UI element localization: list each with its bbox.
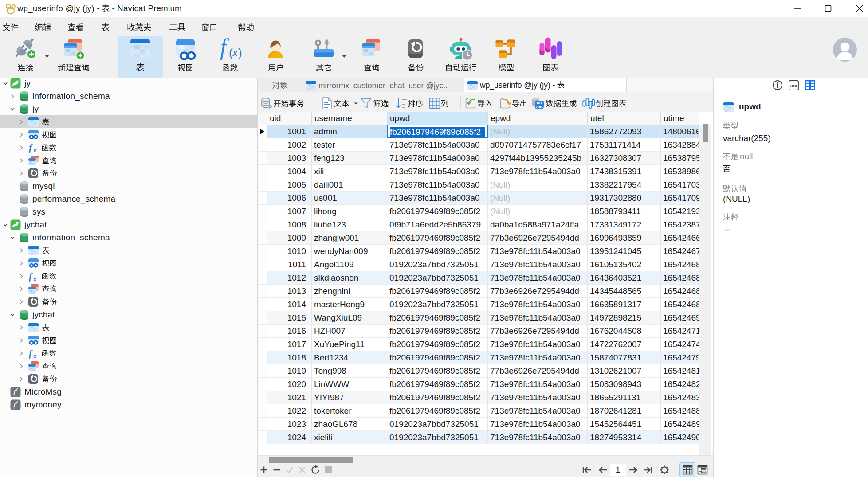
svg-text:x: x bbox=[232, 47, 238, 59]
svg-text:x: x bbox=[33, 353, 37, 359]
svg-text:x: x bbox=[33, 276, 37, 282]
svg-text:): ) bbox=[238, 46, 242, 59]
svg-text:f: f bbox=[220, 37, 229, 60]
svg-text:f: f bbox=[29, 348, 33, 359]
svg-text:f: f bbox=[29, 142, 33, 153]
svg-text:ABC: ABC bbox=[536, 105, 544, 109]
svg-text:DDL: DDL bbox=[790, 84, 798, 88]
svg-text:f: f bbox=[29, 271, 33, 282]
svg-text:x: x bbox=[33, 147, 37, 153]
